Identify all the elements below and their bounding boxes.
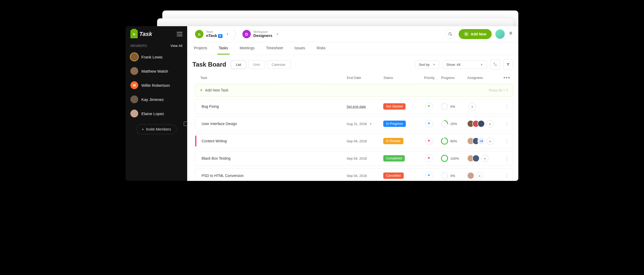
status-badge[interactable]: Not Started — [383, 103, 406, 110]
swap-icon — [493, 62, 497, 67]
add-task-row[interactable]: + Add New Task Press Alt + T — [195, 84, 513, 96]
task-row[interactable]: PSD to HTML ConversionSep 04, 2018Cancel… — [195, 168, 513, 181]
task-more-button[interactable]: ⋮ — [498, 155, 509, 161]
add-assignee-button[interactable]: + — [486, 137, 494, 145]
task-name: Bug Fixing — [200, 104, 347, 109]
sort-by-dropdown[interactable]: Sort by ▼ — [415, 60, 439, 69]
view-all-link[interactable]: View All — [170, 44, 182, 48]
menu-icon[interactable] — [177, 32, 182, 36]
avatar — [130, 95, 138, 103]
progress-ring — [441, 137, 448, 145]
assignee-stack[interactable] — [467, 172, 474, 179]
tab-issues[interactable]: Issues — [293, 42, 307, 55]
priority-flag-button[interactable] — [425, 172, 433, 180]
status-badge[interactable]: Cancelled — [383, 172, 404, 179]
logo-text: Task — [139, 31, 152, 37]
assignee-stack[interactable] — [467, 155, 480, 162]
tab-tasks[interactable]: Tasks — [217, 42, 230, 55]
priority-flag-button[interactable] — [425, 137, 433, 145]
task-row[interactable]: Black Box TestingSep 04, 2018Completed10… — [195, 151, 513, 166]
sidebar: n Task MEMBERS View All Frank LewisMatth… — [126, 26, 187, 181]
avatar — [130, 110, 138, 117]
svg-point-9 — [441, 155, 448, 161]
task-row[interactable]: ⋮⋮User Interface DesignAug 31, 2018 ▼In … — [195, 116, 513, 131]
status-badge[interactable]: Completed — [383, 155, 405, 161]
team-label: Team — [206, 30, 223, 33]
avatar — [130, 67, 138, 75]
workspace-label: Workspace — [253, 30, 273, 33]
tab-risks[interactable]: Risks — [315, 42, 327, 55]
priority-flag-button[interactable] — [425, 103, 433, 110]
sidebar-member[interactable]: Matthew Walsh — [126, 64, 187, 78]
view-grid-button[interactable]: Grid — [248, 60, 265, 69]
view-calendar-button[interactable]: Calendar — [267, 60, 291, 69]
sidebar-member[interactable]: Elaine Lopez — [126, 106, 187, 121]
assignee-overflow[interactable]: +4 — [478, 137, 485, 145]
sidebar-member[interactable]: WWillie Robertson — [126, 78, 187, 92]
add-assignee-button[interactable]: + — [486, 120, 494, 127]
task-more-button[interactable]: ⋮ — [498, 173, 509, 179]
tab-timesheet[interactable]: Timesheet — [264, 42, 285, 55]
team-selector[interactable]: n Team nTaskP ▼ — [192, 29, 231, 39]
add-new-button[interactable]: + Add New — [459, 29, 492, 39]
swap-sort-button[interactable] — [490, 60, 500, 69]
member-name: Elaine Lopez — [141, 111, 164, 116]
add-task-label: Add New Task — [205, 88, 228, 92]
notifications-button[interactable] — [508, 31, 513, 37]
priority-flag-button[interactable] — [425, 120, 433, 128]
workspace-selector[interactable]: D Workspace Designers ▼ — [240, 29, 281, 39]
chevron-down-icon: ▼ — [480, 63, 483, 66]
assignee-stack[interactable]: +4 — [467, 137, 485, 145]
tab-projects[interactable]: Projects — [192, 42, 209, 55]
show-value: All — [457, 63, 460, 67]
status-badge[interactable]: In Review — [383, 138, 403, 144]
member-name: Kay Jimenez — [141, 97, 164, 102]
status-badge[interactable]: In Progress — [383, 121, 406, 127]
app-logo[interactable]: n Task — [130, 30, 152, 38]
filter-icon — [506, 62, 510, 67]
task-more-button[interactable]: ⋮ — [498, 104, 509, 109]
task-end-date[interactable]: Aug 31, 2018 ▼ — [347, 122, 383, 126]
tab-meetings[interactable]: Meetings — [238, 42, 256, 55]
task-row[interactable]: Content WritingSep 04, 2018In Review90%+… — [195, 134, 513, 148]
filter-button[interactable] — [503, 60, 513, 69]
add-assignee-button[interactable]: + — [481, 155, 488, 162]
columns-more-button[interactable]: ••• — [499, 75, 510, 81]
add-assignee-button[interactable]: + — [469, 103, 476, 110]
task-end-date[interactable]: Set end date — [347, 105, 383, 109]
task-end-date[interactable]: Sep 04, 2018 — [347, 139, 383, 143]
plus-icon: + — [200, 88, 202, 93]
search-button[interactable] — [446, 29, 455, 39]
logo-mark: n — [130, 30, 138, 38]
show-label: Show: — [446, 63, 456, 67]
assignee-stack[interactable] — [467, 120, 485, 127]
sidebar-member[interactable]: Kay Jimenez — [126, 92, 187, 106]
task-more-button[interactable]: ⋮ — [498, 138, 509, 144]
drag-handle-icon[interactable]: ⋮⋮ — [190, 122, 196, 126]
member-name: Matthew Walsh — [141, 69, 168, 73]
task-end-date[interactable]: Sep 04, 2018 — [347, 174, 383, 178]
progress-ring — [441, 172, 448, 179]
add-assignee-button[interactable]: + — [476, 172, 483, 179]
user-avatar[interactable] — [495, 29, 505, 39]
task-more-button[interactable]: ⋮ — [498, 121, 509, 127]
nav-tabs: ProjectsTasksMeetingsTimesheetIssuesRisk… — [187, 42, 518, 55]
member-name: Frank Lewis — [141, 55, 163, 59]
task-row[interactable]: Bug FixingSet end dateNot Started0%+⋮ — [195, 99, 513, 114]
chevron-down-icon: ▼ — [433, 63, 435, 66]
members-heading: MEMBERS — [130, 44, 147, 48]
workspace-icon: D — [242, 30, 251, 38]
progress-value: 0% — [450, 105, 455, 109]
view-list-button[interactable]: List — [231, 60, 246, 69]
topbar: n Team nTaskP ▼ D Workspace — [187, 26, 518, 42]
task-end-date[interactable]: Sep 04, 2018 — [347, 157, 383, 160]
task-list: Bug FixingSet end dateNot Started0%+⋮⋮⋮U… — [187, 99, 518, 181]
show-filter-dropdown[interactable]: Show: All ▼ — [442, 60, 487, 69]
invite-members-button[interactable]: + Invite Members — [136, 124, 177, 134]
sidebar-member[interactable]: Frank Lewis — [126, 50, 187, 64]
breadcrumb-separator — [233, 29, 238, 39]
avatar — [130, 53, 138, 61]
task-checkbox[interactable] — [184, 122, 188, 126]
assignee-avatar — [472, 155, 480, 162]
priority-flag-button[interactable] — [425, 154, 433, 162]
